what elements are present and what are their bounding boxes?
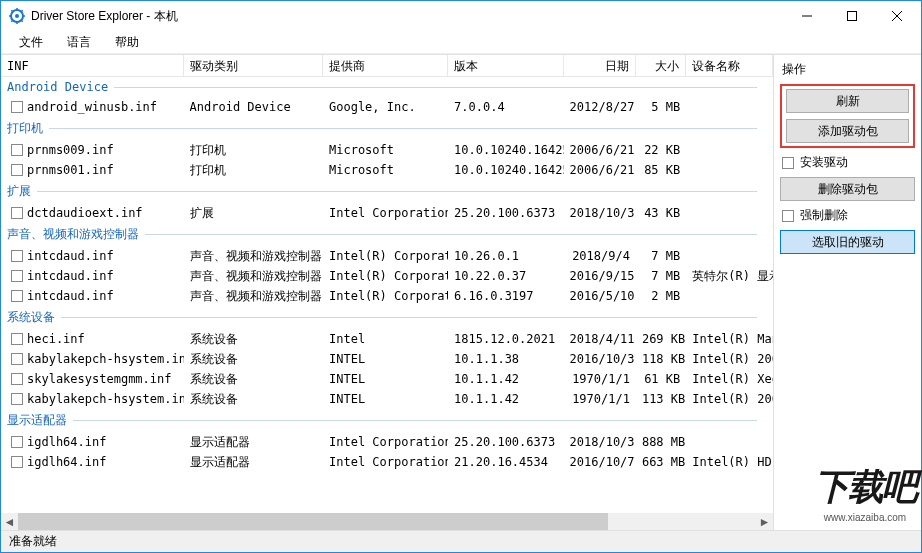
cell-version: 10.1.1.42 (448, 392, 563, 406)
cell-version: 10.22.0.37 (448, 269, 563, 283)
group-header[interactable]: Android Device (1, 77, 773, 97)
minimize-button[interactable] (784, 1, 829, 31)
cell-provider: Google, Inc. (323, 100, 448, 114)
refresh-button[interactable]: 刷新 (786, 89, 909, 113)
menu-language[interactable]: 语言 (55, 32, 103, 53)
cell-size: 113 KB (636, 392, 686, 406)
cell-date: 1970/1/1 (564, 372, 636, 386)
horizontal-scrollbar[interactable]: ◄ ► (1, 513, 773, 530)
cell-class: 打印机 (184, 142, 323, 159)
col-device[interactable]: 设备名称 (686, 55, 773, 76)
install-driver-row[interactable]: 安装驱动 (780, 154, 915, 171)
cell-class: 显示适配器 (184, 454, 323, 471)
cell-version: 6.16.0.3197 (448, 289, 563, 303)
cell-version: 10.0.10240.16425 (448, 143, 563, 157)
cell-inf: prnms009.inf (27, 143, 114, 157)
scroll-left-button[interactable]: ◄ (1, 513, 18, 530)
table-row[interactable]: intcdaud.inf声音、视频和游戏控制器Intel(R) Corporat… (1, 246, 773, 266)
table-row[interactable]: android_winusb.infAndroid DeviceGoogle, … (1, 97, 773, 117)
group-header[interactable]: 打印机 (1, 117, 773, 140)
table-row[interactable]: kabylakepch-hsystem.inf系统设备INTEL10.1.1.3… (1, 349, 773, 369)
cell-class: 扩展 (184, 205, 323, 222)
group-header[interactable]: 显示适配器 (1, 409, 773, 432)
group-header[interactable]: 系统设备 (1, 306, 773, 329)
cell-date: 2016/9/15 (564, 269, 636, 283)
cell-version: 25.20.100.6373 (448, 206, 563, 220)
menu-bar: 文件 语言 帮助 (1, 31, 921, 53)
add-driver-button[interactable]: 添加驱动包 (786, 119, 909, 143)
scroll-right-button[interactable]: ► (756, 513, 773, 530)
menu-file[interactable]: 文件 (7, 32, 55, 53)
row-checkbox[interactable] (11, 436, 23, 448)
col-provider[interactable]: 提供商 (323, 55, 448, 76)
row-checkbox[interactable] (11, 250, 23, 262)
table-row[interactable]: kabylakepch-hsystem.inf系统设备INTEL10.1.1.4… (1, 389, 773, 409)
close-button[interactable] (874, 1, 919, 31)
table-row[interactable]: prnms009.inf打印机Microsoft10.0.10240.16425… (1, 140, 773, 160)
col-date[interactable]: 日期 (564, 55, 636, 76)
table-row[interactable]: skylakesystemgmm.inf系统设备INTEL10.1.1.4219… (1, 369, 773, 389)
title-bar[interactable]: Driver Store Explorer - 本机 (1, 1, 921, 31)
cell-size: 118 KB (636, 352, 686, 366)
table-row[interactable]: heci.inf系统设备Intel1815.12.0.20212018/4/11… (1, 329, 773, 349)
cell-inf: intcdaud.inf (27, 269, 114, 283)
cell-inf: intcdaud.inf (27, 289, 114, 303)
table-row[interactable]: intcdaud.inf声音、视频和游戏控制器Intel(R) Corporat… (1, 266, 773, 286)
row-checkbox[interactable] (11, 101, 23, 113)
cell-inf: skylakesystemgmm.inf (27, 372, 172, 386)
select-old-button[interactable]: 选取旧的驱动 (780, 230, 915, 254)
row-checkbox[interactable] (11, 373, 23, 385)
cell-provider: Intel(R) Corporation (323, 289, 448, 303)
cell-size: 663 MB (636, 455, 686, 469)
col-inf[interactable]: INF (1, 55, 184, 76)
delete-driver-button[interactable]: 删除驱动包 (780, 177, 915, 201)
cell-inf: prnms001.inf (27, 163, 114, 177)
row-checkbox[interactable] (11, 456, 23, 468)
row-checkbox[interactable] (11, 270, 23, 282)
cell-class: 声音、视频和游戏控制器 (184, 268, 323, 285)
highlighted-actions: 刷新 添加驱动包 (780, 84, 915, 148)
table-row[interactable]: intcdaud.inf声音、视频和游戏控制器Intel(R) Corporat… (1, 286, 773, 306)
group-header[interactable]: 声音、视频和游戏控制器 (1, 223, 773, 246)
force-checkbox[interactable] (782, 210, 794, 222)
scroll-thumb[interactable] (18, 513, 608, 530)
table-row[interactable]: igdlh64.inf显示适配器Intel Corporation25.20.1… (1, 432, 773, 452)
cell-date: 2016/5/10 (564, 289, 636, 303)
row-checkbox[interactable] (11, 333, 23, 345)
group-header[interactable]: 扩展 (1, 180, 773, 203)
list-header: INF 驱动类别 提供商 版本 日期 大小 设备名称 (1, 55, 773, 77)
install-label: 安装驱动 (800, 154, 848, 171)
table-row[interactable]: igdlh64.inf显示适配器Intel Corporation21.20.1… (1, 452, 773, 472)
menu-help[interactable]: 帮助 (103, 32, 151, 53)
row-checkbox[interactable] (11, 207, 23, 219)
maximize-button[interactable] (829, 1, 874, 31)
row-checkbox[interactable] (11, 393, 23, 405)
cell-inf: kabylakepch-hsystem.inf (27, 352, 184, 366)
cell-size: 5 MB (636, 100, 686, 114)
cell-provider: INTEL (323, 372, 448, 386)
col-version[interactable]: 版本 (448, 55, 563, 76)
row-checkbox[interactable] (11, 164, 23, 176)
cell-date: 2018/9/4 (564, 249, 636, 263)
cell-provider: Intel(R) Corporation (323, 269, 448, 283)
col-class[interactable]: 驱动类别 (184, 55, 323, 76)
cell-inf: dctdaudioext.inf (27, 206, 143, 220)
ops-title: 操作 (780, 61, 915, 78)
cell-provider: INTEL (323, 352, 448, 366)
row-checkbox[interactable] (11, 144, 23, 156)
cell-version: 10.0.10240.16425 (448, 163, 563, 177)
table-row[interactable]: dctdaudioext.inf扩展Intel Corporation25.20… (1, 203, 773, 223)
cell-provider: Microsoft (323, 163, 448, 177)
list-body[interactable]: Android Deviceandroid_winusb.infAndroid … (1, 77, 773, 513)
row-checkbox[interactable] (11, 290, 23, 302)
cell-version: 10.1.1.42 (448, 372, 563, 386)
install-checkbox[interactable] (782, 157, 794, 169)
cell-class: 系统设备 (184, 351, 323, 368)
status-text: 准备就绪 (9, 533, 57, 550)
table-row[interactable]: prnms001.inf打印机Microsoft10.0.10240.16425… (1, 160, 773, 180)
row-checkbox[interactable] (11, 353, 23, 365)
svg-point-1 (15, 14, 19, 18)
col-size[interactable]: 大小 (636, 55, 686, 76)
cell-date: 2006/6/21 (564, 163, 636, 177)
force-delete-row[interactable]: 强制删除 (780, 207, 915, 224)
